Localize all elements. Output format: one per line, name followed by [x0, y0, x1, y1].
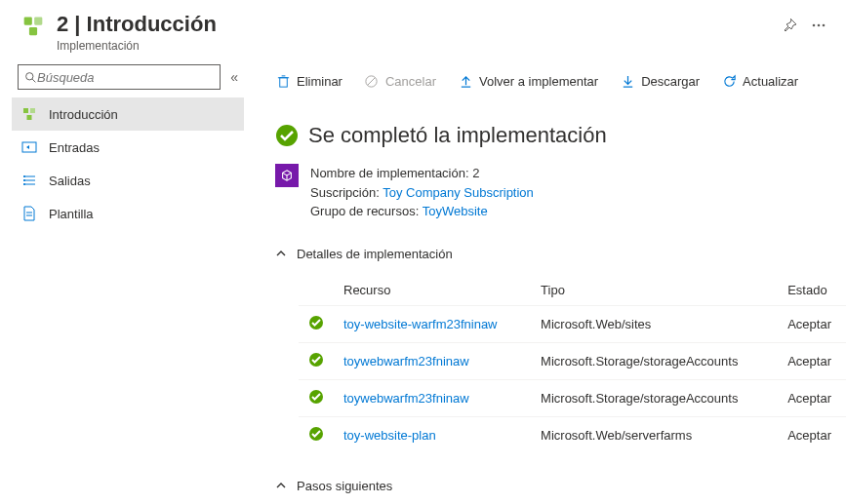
pin-icon[interactable]	[782, 18, 797, 33]
next-steps-section: Pasos siguientes Ir al grupo de recursos	[275, 479, 826, 505]
resource-link[interactable]: toy-website-plan	[343, 428, 436, 443]
svg-point-17	[23, 183, 25, 185]
sidebar-item-template[interactable]: Plantilla	[12, 197, 244, 230]
svg-point-4	[818, 24, 821, 27]
col-status: Estado	[778, 275, 846, 306]
toolbar: Eliminar Cancelar Volver a implementar D…	[275, 60, 826, 101]
download-button[interactable]: Descargar	[620, 73, 700, 89]
overview-icon	[21, 106, 37, 122]
status-ok-icon	[308, 352, 324, 368]
main-content: Eliminar Cancelar Volver a implementar D…	[256, 60, 846, 504]
svg-point-3	[813, 24, 816, 27]
svg-line-24	[368, 77, 376, 85]
svg-point-6	[26, 72, 33, 79]
status-ok-icon	[308, 389, 324, 405]
details-toggle[interactable]: Detalles de implementación	[275, 247, 826, 261]
meta-name-value: 2	[472, 166, 479, 180]
resource-status: Aceptar	[778, 379, 846, 416]
table-row: toywebwarfm23fninaw Microsoft.Storage/st…	[299, 379, 846, 416]
deployment-meta: Nombre de implementación: 2 Suscripción:…	[275, 164, 826, 221]
sidebar-item-inputs[interactable]: Entradas	[12, 131, 244, 164]
search-input[interactable]	[18, 64, 221, 90]
cancel-button: Cancelar	[364, 73, 436, 89]
svg-rect-20	[279, 77, 287, 86]
table-row: toy-website-warfm23fninaw Microsoft.Web/…	[299, 305, 846, 342]
svg-point-27	[276, 125, 298, 146]
search-icon	[24, 71, 37, 84]
next-toggle[interactable]: Pasos siguientes	[275, 479, 826, 493]
meta-rg-label: Grupo de recursos:	[310, 204, 419, 218]
resource-link[interactable]: toy-website-warfm23fninaw	[343, 317, 498, 331]
resource-status: Aceptar	[778, 342, 846, 379]
redeploy-icon	[458, 73, 473, 89]
status-ok-icon	[308, 315, 324, 330]
svg-rect-8	[23, 108, 28, 113]
sidebar-item-label: Salidas	[49, 174, 91, 188]
sidebar-item-label: Plantilla	[49, 207, 94, 221]
page-header: 2 | Introducción Implementación	[0, 0, 846, 60]
template-icon	[21, 206, 37, 221]
success-icon	[275, 124, 299, 147]
inputs-icon	[21, 139, 37, 155]
resource-status: Aceptar	[778, 416, 846, 453]
svg-rect-10	[27, 115, 32, 120]
resource-link[interactable]: toywebwarfm23fninaw	[343, 391, 469, 406]
resource-group-link[interactable]: ToyWebsite	[423, 204, 488, 218]
status-ok-icon	[308, 426, 324, 442]
svg-rect-0	[24, 18, 32, 25]
outputs-icon	[21, 173, 37, 188]
sidebar-item-label: Entradas	[49, 140, 100, 155]
svg-rect-1	[34, 18, 42, 25]
meta-subscription-label: Suscripción:	[310, 185, 380, 200]
deployment-icon	[275, 164, 299, 187]
resource-type: Microsoft.Storage/storageAccounts	[531, 379, 778, 416]
status-title: Se completó la implementación	[308, 123, 607, 148]
svg-rect-2	[29, 27, 37, 35]
resource-link[interactable]: toywebwarfm23fninaw	[343, 354, 469, 368]
download-icon	[620, 73, 635, 89]
page-title: 2 | Introducción	[57, 12, 217, 37]
collapse-sidebar-button[interactable]: «	[230, 69, 238, 85]
resource-type: Microsoft.Storage/storageAccounts	[531, 342, 778, 379]
svg-line-7	[32, 79, 35, 82]
refresh-button[interactable]: Actualizar	[721, 73, 798, 89]
delete-button[interactable]: Eliminar	[275, 73, 342, 89]
sidebar-item-outputs[interactable]: Salidas	[12, 164, 244, 197]
deployment-details-section: Detalles de implementación Recurso Tipo …	[275, 247, 826, 453]
svg-point-15	[23, 175, 25, 177]
refresh-icon	[721, 73, 737, 89]
meta-name-label: Nombre de implementación:	[310, 166, 469, 180]
redeploy-button[interactable]: Volver a implementar	[458, 73, 598, 89]
table-row: toywebwarfm23fninaw Microsoft.Storage/st…	[299, 342, 846, 379]
page-subtitle: Implementación	[57, 39, 774, 53]
cancel-icon	[364, 73, 380, 89]
svg-point-5	[823, 24, 826, 27]
svg-point-16	[23, 179, 25, 181]
resource-status: Aceptar	[778, 305, 846, 342]
resource-group-icon	[20, 14, 47, 41]
more-icon[interactable]	[811, 18, 826, 33]
chevron-up-icon	[275, 480, 287, 491]
table-row: toy-website-plan Microsoft.Web/serverfar…	[299, 416, 846, 453]
sidebar-item-label: Introducción	[49, 107, 118, 122]
delete-icon	[275, 73, 291, 89]
col-resource: Recurso	[334, 275, 531, 306]
sidebar: « Introducción Entradas Salidas	[0, 60, 256, 504]
chevron-up-icon	[275, 248, 287, 259]
resources-table: Recurso Tipo Estado toy-website-warfm23f…	[299, 275, 846, 453]
subscription-link[interactable]: Toy Company Subscription	[383, 185, 534, 200]
resource-type: Microsoft.Web/serverfarms	[531, 416, 778, 453]
deployment-status: Se completó la implementación	[275, 123, 826, 148]
svg-rect-9	[30, 108, 35, 113]
col-type: Tipo	[531, 275, 778, 306]
resource-type: Microsoft.Web/sites	[531, 305, 778, 342]
sidebar-item-overview[interactable]: Introducción	[12, 97, 244, 131]
